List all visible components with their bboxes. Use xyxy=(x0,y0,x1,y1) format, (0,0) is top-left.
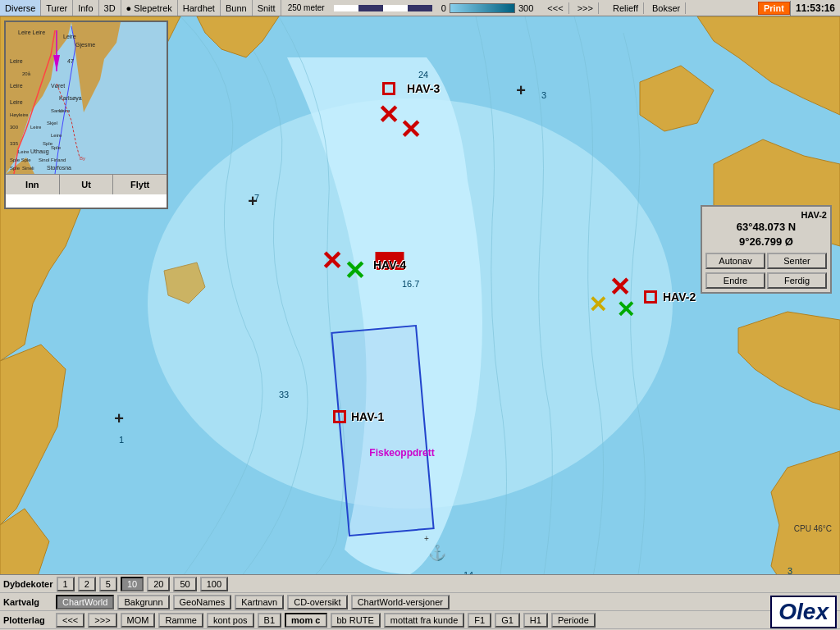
svg-text:Gjesme: Gjesme xyxy=(75,42,95,48)
minimap-flytt-button[interactable]: Flytt xyxy=(113,175,167,194)
plotterlag-mom-c[interactable]: mom c xyxy=(285,613,326,628)
toolbar-turer[interactable]: Turer xyxy=(41,0,73,16)
plotterlag-g1[interactable]: G1 xyxy=(495,613,520,628)
depth-100-button[interactable]: 100 xyxy=(200,577,228,591)
svg-text:300: 300 xyxy=(10,125,19,130)
depth-20-button[interactable]: 20 xyxy=(147,577,170,591)
kartvalg-kartnavn[interactable]: Kartnavn xyxy=(235,595,284,609)
svg-text:Leire: Leire xyxy=(10,58,23,64)
plotterlag-kont-pos[interactable]: kont pos xyxy=(207,613,254,628)
toolbar-hardhet[interactable]: Hardhet xyxy=(178,0,221,16)
toolbar-info[interactable]: Info xyxy=(73,0,98,16)
depth-5-button[interactable]: 5 xyxy=(99,577,117,591)
olex-logo-text: Olex xyxy=(770,596,837,628)
svg-text:Firland: Firland xyxy=(51,158,66,162)
svg-text:Storfosna: Storfosna xyxy=(47,165,71,171)
kartvalg-chartworld-ver[interactable]: ChartWorld-versjoner xyxy=(351,595,450,609)
hav4-label[interactable]: HAV-4 xyxy=(373,258,406,272)
hav1-square[interactable] xyxy=(333,410,346,423)
info-coord-lon: 9°26.799 Ø xyxy=(705,235,827,249)
plotterlag-periode[interactable]: Periode xyxy=(551,613,596,628)
minimap-controls: Inn Ut Flytt xyxy=(6,174,167,194)
hav2-square[interactable] xyxy=(644,290,657,304)
toolbar-bokser[interactable]: Bokser xyxy=(647,2,686,14)
svg-text:20å: 20å xyxy=(22,71,31,76)
print-button[interactable]: Print xyxy=(758,2,790,15)
hav3-x1[interactable]: ✕ xyxy=(377,102,399,128)
plotterlag-f1[interactable]: F1 xyxy=(468,613,491,628)
cpu-display: CPU 46°C xyxy=(794,524,832,533)
toolbar-snitt[interactable]: Snitt xyxy=(253,0,281,16)
kartvalg-cd-oversikt[interactable]: CD-oversikt xyxy=(287,595,347,609)
svg-text:⚓: ⚓ xyxy=(428,544,447,562)
hav1-label[interactable]: HAV-1 xyxy=(351,410,384,423)
hav2-label[interactable]: HAV-2 xyxy=(663,290,696,304)
toolbar-nav-right[interactable]: >>> xyxy=(573,2,599,14)
depth-2-button[interactable]: 2 xyxy=(78,577,96,591)
toolbar-slepetrek[interactable]: ● Slepetrek xyxy=(121,0,178,16)
plotterlag-b1[interactable]: B1 xyxy=(258,613,281,628)
svg-text:Leire: Leire xyxy=(10,83,23,89)
toolbar-diverse[interactable]: Diverse xyxy=(0,0,41,16)
endre-button[interactable]: Endre xyxy=(705,272,765,289)
kartvalg-geonames[interactable]: GeoNames xyxy=(173,595,232,609)
info-title: HAV-2 xyxy=(705,210,827,220)
hav2-x-green[interactable]: ✕ xyxy=(616,299,635,322)
svg-text:+: + xyxy=(424,534,429,543)
plotterlag-bb-rute[interactable]: bb RUTE xyxy=(331,613,381,628)
hav3-x2[interactable]: ✕ xyxy=(399,116,422,143)
depth-24: 24 xyxy=(418,70,428,80)
plotterlag-nav-right[interactable]: >>> xyxy=(88,613,116,628)
toolbar-nav-left[interactable]: <<< xyxy=(542,2,568,14)
hav4-x1[interactable]: ✕ xyxy=(321,248,343,274)
svg-text:Karlsøya: Karlsøya xyxy=(59,95,82,102)
minimap-map[interactable]: Leire Leire Leire Leire 47 Gjesme Leire … xyxy=(6,22,167,174)
depth-3a: 3 xyxy=(541,90,546,100)
plotterlag-mom[interactable]: MOM xyxy=(121,613,156,628)
ferdig-button[interactable]: Ferdig xyxy=(767,272,827,289)
depth-min-label: 0 xyxy=(441,3,446,13)
depth-167: 16.7 xyxy=(402,279,419,289)
scale-label-text: 250 meter xyxy=(288,3,325,12)
minimap-inn-button[interactable]: Inn xyxy=(6,175,60,194)
hav3-square[interactable] xyxy=(382,82,395,95)
svg-text:Leire: Leire xyxy=(59,108,71,113)
hav4-x2[interactable]: ✕ xyxy=(344,258,366,284)
kartvalg-row: Kartvalg ChartWorld Bakgrunn GeoNames Ka… xyxy=(0,593,840,611)
nav-cross-1: + xyxy=(516,81,526,100)
route-rectangle xyxy=(331,325,434,536)
svg-text:335: 335 xyxy=(10,141,19,146)
depth-gradient xyxy=(450,3,515,13)
svg-text:47: 47 xyxy=(67,58,74,64)
senter-button[interactable]: Senter xyxy=(767,253,827,269)
depth-50-button[interactable]: 50 xyxy=(173,577,196,591)
svg-text:Leire Leire: Leire Leire xyxy=(18,30,45,35)
kartvalg-chartworld[interactable]: ChartWorld xyxy=(56,595,114,609)
toolbar-relieff[interactable]: Relieff xyxy=(608,2,644,14)
info-btn-row-2: Endre Ferdig xyxy=(705,272,827,289)
plotterlag-label: Plotterlag xyxy=(3,615,52,625)
plotterlag-nav-left[interactable]: <<< xyxy=(56,613,84,628)
map-area[interactable]: 24 3 7 16.7 33 1 14 3 ⚓ + + + + ✕ ✕ HAV-… xyxy=(0,16,840,591)
time-display: 11:53:16 xyxy=(790,1,840,16)
autonav-button[interactable]: Autonav xyxy=(705,253,765,269)
svg-text:Sple: Sple xyxy=(10,166,21,171)
depth-1-button[interactable]: 1 xyxy=(57,577,75,591)
minimap-ut-button[interactable]: Ut xyxy=(60,175,114,194)
depth-10-button[interactable]: 10 xyxy=(121,577,144,591)
hav2-x-yellow[interactable]: ✕ xyxy=(588,294,607,317)
fish-label: Fiskeoppdrett xyxy=(369,447,434,459)
bottom-bar: Dybdekoter 1 2 5 10 20 50 100 Kartvalg C… xyxy=(0,574,840,630)
toolbar-3d[interactable]: 3D xyxy=(99,0,121,16)
info-coord-lat: 63°48.073 N xyxy=(705,220,827,235)
svg-text:Sineli: Sineli xyxy=(22,166,34,171)
hav3-label[interactable]: HAV-3 xyxy=(407,82,440,95)
plotterlag-mottatt[interactable]: mottatt fra kunde xyxy=(384,613,465,628)
kartvalg-bakgrunn[interactable]: Bakgrunn xyxy=(117,595,169,609)
depth-1: 1 xyxy=(119,435,124,445)
svg-text:Sple: Sple xyxy=(51,145,62,150)
toolbar-bunn[interactable]: Bunn xyxy=(221,0,253,16)
plotterlag-ramme[interactable]: Ramme xyxy=(158,613,203,628)
svg-text:Sple Sple: Sple Sple xyxy=(10,158,31,162)
plotterlag-h1[interactable]: H1 xyxy=(523,613,548,628)
